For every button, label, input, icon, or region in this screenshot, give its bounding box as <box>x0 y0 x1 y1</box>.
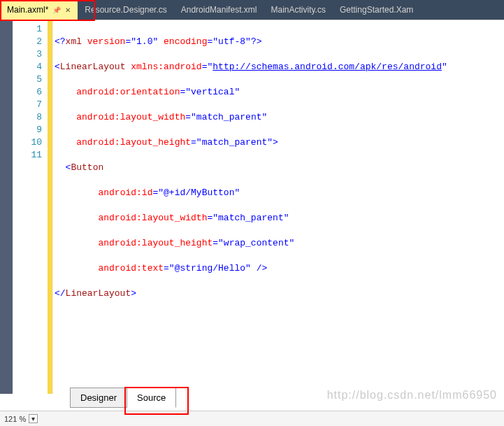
zoom-level: 121 % <box>4 415 26 423</box>
left-margin-strip <box>0 20 13 394</box>
tab-designer[interactable]: Designer <box>70 388 127 408</box>
close-icon[interactable]: ✕ <box>65 6 71 14</box>
tab-android-manifest[interactable]: AndroidManifest.xml <box>174 0 264 20</box>
code-editor[interactable]: <?xml version="1.0" encoding="utf-8"?> <… <box>53 20 504 394</box>
tab-resource-designer[interactable]: Resource.Designer.cs <box>78 0 173 20</box>
line-number: 9 <box>13 124 42 136</box>
tab-main-axml[interactable]: Main.axml* 📌 ✕ <box>0 0 78 20</box>
editor-tabs: Main.axml* 📌 ✕ Resource.Designer.cs Andr… <box>0 0 504 20</box>
line-number: 7 <box>13 99 42 111</box>
line-number: 8 <box>13 111 42 124</box>
change-marker <box>48 20 53 394</box>
bottom-view-tabs: Designer Source <box>70 388 176 408</box>
tab-main-activity[interactable]: MainActivity.cs <box>264 0 332 20</box>
line-number: 1 <box>13 23 42 36</box>
line-number: 4 <box>13 61 42 73</box>
pin-icon[interactable]: 📌 <box>52 6 61 14</box>
tab-getting-started[interactable]: GettingStarted.Xam <box>333 0 420 20</box>
tab-source[interactable]: Source <box>127 388 176 408</box>
line-number: 11 <box>13 149 42 162</box>
line-number: 3 <box>13 48 42 61</box>
line-number: 6 <box>13 86 42 99</box>
watermark-text: http://blog.csdn.net/lmm66950 <box>327 389 497 402</box>
line-number: 10 <box>13 136 42 149</box>
line-number: 5 <box>13 73 42 86</box>
line-number: 2 <box>13 36 42 48</box>
line-number-gutter: 1 2 3 4 5 6 7 8 9 10 11 <box>13 20 48 394</box>
tab-label: Main.axml* <box>7 5 48 15</box>
zoom-dropdown-icon[interactable]: ▾ <box>29 414 38 423</box>
status-bar: 121 % ▾ <box>0 411 504 426</box>
editor-area: 1 2 3 4 5 6 7 8 9 10 11 <?xml version="1… <box>0 20 504 394</box>
